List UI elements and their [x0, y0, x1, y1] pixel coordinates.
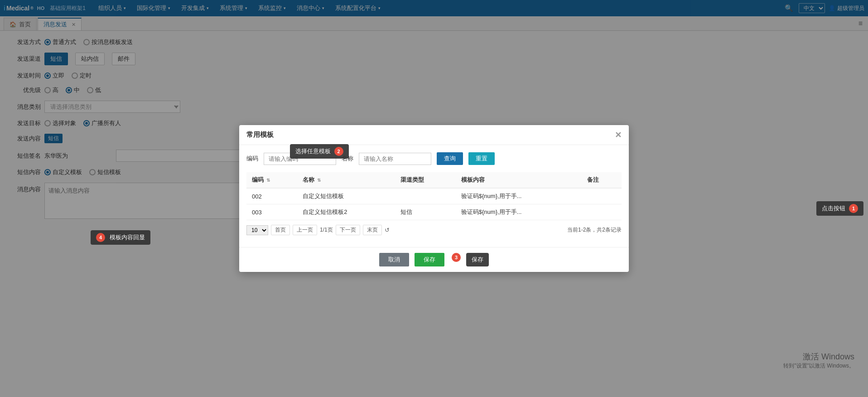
cell-content: 验证码${num},用于手... — [456, 188, 582, 204]
modal-search-row: 编码 名称 查询 重置 — [246, 152, 622, 165]
refresh-icon[interactable]: ↺ — [385, 227, 390, 233]
first-page-btn[interactable]: 首页 — [271, 225, 290, 235]
page-total-info: 当前1-2条，共2条记录 — [567, 226, 622, 234]
template-table: 编码 ⇅ 名称 ⇅ 渠道类型 模板内容 备注 002 自定义短信模 — [246, 172, 622, 220]
next-page-btn[interactable]: 下一页 — [336, 225, 360, 235]
table-row[interactable]: 002 自定义短信模板 验证码${num},用于手... — [246, 188, 622, 204]
save-button[interactable]: 保存 — [415, 253, 444, 266]
cell-content: 验证码${num},用于手... — [456, 204, 582, 220]
name-sort-icon: ⇅ — [317, 178, 321, 183]
table-row[interactable]: 003 自定义短信模板2 短信 验证码${num},用于手... — [246, 204, 622, 220]
col-note-header: 备注 — [582, 172, 622, 188]
modal-body: 编码 名称 查询 重置 编码 ⇅ 名称 ⇅ — [239, 145, 629, 247]
cell-note — [582, 204, 622, 220]
cell-name: 自定义短信模板2 — [297, 204, 395, 220]
modal-header: 常用模板 ✕ — [239, 125, 629, 145]
col-content-header: 模板内容 — [456, 172, 582, 188]
last-page-btn[interactable]: 末页 — [363, 225, 382, 235]
col-channel-header: 渠道类型 — [395, 172, 456, 188]
page-size-select[interactable]: 102050 — [246, 225, 268, 235]
modal-overlay[interactable]: 常用模板 ✕ 编码 名称 查询 重置 编码 ⇅ — [0, 0, 868, 397]
cell-channel: 短信 — [395, 204, 456, 220]
reset-button[interactable]: 重置 — [468, 152, 495, 165]
name-search-input[interactable] — [359, 153, 431, 165]
prev-page-btn[interactable]: 上一页 — [293, 225, 317, 235]
cell-channel — [395, 188, 456, 204]
cell-code: 002 — [246, 188, 297, 204]
col-name-header: 名称 ⇅ — [297, 172, 395, 188]
tooltip3-label: 保存 — [472, 256, 483, 264]
col-code-header: 编码 ⇅ — [246, 172, 297, 188]
tooltip-save: 保存 — [466, 253, 489, 266]
modal-footer: 取消 保存 3 保存 — [239, 247, 629, 272]
cell-note — [582, 188, 622, 204]
table-body: 002 自定义短信模板 验证码${num},用于手... 003 自定义短信模板… — [246, 188, 622, 220]
pagination: 102050 首页 上一页 1/1页 下一页 末页 ↺ 当前1-2条，共2条记录 — [246, 220, 622, 240]
table-header: 编码 ⇅ 名称 ⇅ 渠道类型 模板内容 备注 — [246, 172, 622, 188]
modal-close-icon[interactable]: ✕ — [615, 131, 622, 139]
query-button[interactable]: 查询 — [437, 152, 463, 165]
modal-common-template: 常用模板 ✕ 编码 名称 查询 重置 编码 ⇅ — [239, 125, 629, 272]
name-field-label: 名称 — [342, 155, 353, 163]
code-search-input[interactable] — [264, 153, 336, 165]
badge-3: 3 — [452, 253, 461, 262]
code-sort-icon: ⇅ — [266, 178, 270, 183]
cancel-button[interactable]: 取消 — [379, 253, 409, 266]
cell-code: 003 — [246, 204, 297, 220]
current-page-info: 1/1页 — [320, 226, 333, 234]
modal-title: 常用模板 — [246, 131, 274, 139]
cell-name: 自定义短信模板 — [297, 188, 395, 204]
code-field-label: 编码 — [246, 155, 258, 163]
